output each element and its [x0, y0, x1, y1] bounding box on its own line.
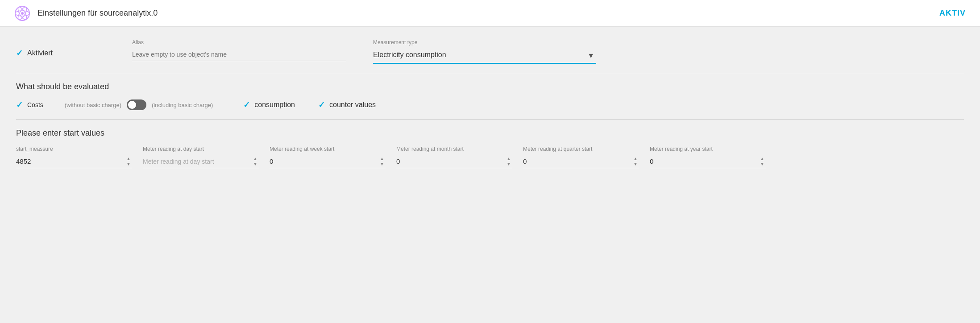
start-field-0-label: start_meassure	[16, 146, 132, 152]
svg-point-4	[21, 12, 24, 15]
aktiviert-row: ✓ Aktiviert Alias Measurement type Elect…	[16, 39, 964, 64]
alias-section: Alias	[132, 39, 346, 61]
costs-check-icon: ✓	[16, 100, 23, 110]
start-field-1-input[interactable]	[143, 155, 259, 168]
start-field-1-spinner: ▲ ▼	[252, 155, 259, 168]
spinner-up-1[interactable]: ▲	[252, 156, 259, 162]
basic-charge-group: (without basic charge) (including basic …	[65, 99, 213, 110]
divider-1	[16, 73, 964, 73]
start-field-5: Meter reading at year start ▲ ▼	[650, 146, 766, 168]
start-field-0-wrapper: ▲ ▼	[16, 155, 132, 168]
counter-values-item[interactable]: ✓ counter values	[318, 100, 376, 110]
start-field-4-input[interactable]	[523, 155, 639, 168]
spinner-down-1[interactable]: ▼	[252, 162, 259, 167]
aktiv-badge: AKTIV	[939, 8, 966, 18]
spinner-up-3[interactable]: ▲	[505, 156, 512, 162]
start-field-3-spinner: ▲ ▼	[505, 155, 512, 168]
start-field-5-input[interactable]	[650, 155, 766, 168]
measurement-select[interactable]: Electricity consumption Gas consumption …	[373, 48, 596, 61]
header: Einstellungen für sourceanalytix.0 AKTIV	[0, 0, 980, 27]
start-field-1: Meter reading at day start ▲ ▼	[143, 146, 259, 168]
start-field-3: Meter reading at month start ▲ ▼	[396, 146, 512, 168]
start-field-3-label: Meter reading at month start	[396, 146, 512, 152]
start-field-2-spinner: ▲ ▼	[378, 155, 386, 168]
spinner-down-2[interactable]: ▼	[378, 162, 386, 167]
without-basic-charge-label: (without basic charge)	[65, 102, 121, 108]
header-title: Einstellungen für sourceanalytix.0	[37, 8, 158, 18]
header-left: Einstellungen für sourceanalytix.0	[14, 5, 158, 21]
spinner-up-0[interactable]: ▲	[125, 156, 132, 162]
spinner-down-5[interactable]: ▼	[759, 162, 766, 167]
start-field-4-label: Meter reading at quarter start	[523, 146, 639, 152]
start-field-2-wrapper: ▲ ▼	[270, 155, 386, 168]
start-field-4: Meter reading at quarter start ▲ ▼	[523, 146, 639, 168]
measurement-section: Measurement type Electricity consumption…	[373, 39, 596, 64]
main-content: ✓ Aktiviert Alias Measurement type Elect…	[0, 27, 980, 184]
start-field-3-input[interactable]	[396, 155, 512, 168]
spinner-up-5[interactable]: ▲	[759, 156, 766, 162]
spinner-down-3[interactable]: ▼	[505, 162, 512, 167]
start-field-4-spinner: ▲ ▼	[632, 155, 639, 168]
costs-item[interactable]: ✓ Costs	[16, 100, 43, 110]
start-field-2: Meter reading at week start ▲ ▼	[270, 146, 386, 168]
consumption-item[interactable]: ✓ consumption	[243, 100, 295, 110]
app-container: Einstellungen für sourceanalytix.0 AKTIV…	[0, 0, 980, 323]
spinner-down-0[interactable]: ▼	[125, 162, 132, 167]
start-field-0-spinner: ▲ ▼	[125, 155, 132, 168]
start-field-2-label: Meter reading at week start	[270, 146, 386, 152]
start-field-4-wrapper: ▲ ▼	[523, 155, 639, 168]
measurement-label: Measurement type	[373, 39, 596, 46]
counter-values-label: counter values	[329, 101, 376, 109]
check-icon: ✓	[16, 48, 23, 58]
including-basic-charge-label: (including basic charge)	[152, 102, 213, 108]
evaluate-section-title: What should be evaluated	[16, 82, 964, 91]
start-field-5-spinner: ▲ ▼	[759, 155, 766, 168]
toggle-slider	[127, 99, 146, 110]
logo-icon	[14, 5, 30, 21]
measurement-select-wrapper: Electricity consumption Gas consumption …	[373, 48, 596, 64]
costs-label: Costs	[27, 101, 43, 108]
alias-input[interactable]	[132, 48, 346, 61]
start-values-title: Please enter start values	[16, 128, 964, 138]
start-field-0-input[interactable]	[16, 155, 132, 168]
start-values-section: Please enter start values start_meassure…	[16, 128, 964, 168]
start-field-3-wrapper: ▲ ▼	[396, 155, 512, 168]
evaluate-row: ✓ Costs (without basic charge) (includin…	[16, 99, 964, 110]
consumption-label: consumption	[254, 101, 295, 109]
aktiviert-checkbox[interactable]: ✓ Aktiviert	[16, 39, 132, 58]
start-field-2-input[interactable]	[270, 155, 386, 168]
consumption-check-icon: ✓	[243, 100, 250, 110]
alias-label: Alias	[132, 39, 346, 46]
start-field-5-wrapper: ▲ ▼	[650, 155, 766, 168]
basic-charge-toggle[interactable]	[127, 99, 146, 110]
counter-values-check-icon: ✓	[318, 100, 325, 110]
start-field-0: start_meassure ▲ ▼	[16, 146, 132, 168]
start-field-1-label: Meter reading at day start	[143, 146, 259, 152]
start-field-5-label: Meter reading at year start	[650, 146, 766, 152]
evaluate-section: What should be evaluated ✓ Costs (withou…	[16, 82, 964, 110]
start-values-grid: start_meassure ▲ ▼ Meter reading at day …	[16, 146, 964, 168]
spinner-up-2[interactable]: ▲	[378, 156, 386, 162]
divider-2	[16, 119, 964, 120]
spinner-up-4[interactable]: ▲	[632, 156, 639, 162]
spinner-down-4[interactable]: ▼	[632, 162, 639, 167]
aktiviert-label: Aktiviert	[27, 49, 53, 57]
start-field-1-wrapper: ▲ ▼	[143, 155, 259, 168]
